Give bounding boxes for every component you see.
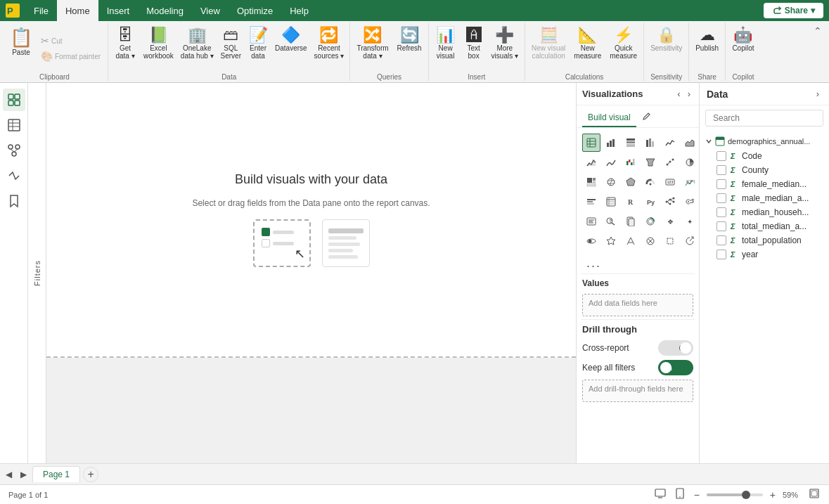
viz-panel-forward[interactable]: ›	[685, 87, 693, 101]
viz-slicer-icon[interactable]	[582, 193, 600, 211]
viz-key-influencer-icon[interactable]	[681, 193, 699, 211]
viz-funnel-icon[interactable]	[641, 153, 660, 172]
viz-extra2-icon[interactable]	[602, 232, 620, 250]
get-data-button[interactable]: 🗄 Getdata ▾	[111, 24, 139, 62]
add-drill-through-box[interactable]: Add drill-through fields here	[582, 380, 693, 402]
ribbon-collapse-button[interactable]: ⌃	[809, 24, 826, 38]
cut-button[interactable]: ✂ Cut	[38, 34, 103, 48]
publish-button[interactable]: ☁ Publish	[692, 24, 722, 54]
new-visual-calculation-button[interactable]: 🧮 New visualcalculation	[528, 24, 569, 62]
sql-server-button[interactable]: 🗃 SQLServer	[218, 24, 244, 62]
viz-decomp-tree-icon[interactable]	[661, 193, 679, 211]
viz-card-icon[interactable]: 123	[661, 173, 679, 191]
add-data-fields-box[interactable]: Add data fields here	[582, 294, 693, 316]
viz-more3-icon[interactable]: ✦	[681, 212, 699, 231]
recent-sources-button[interactable]: 🔁 Recentsources ▾	[311, 24, 347, 62]
viz-gauge-icon[interactable]	[641, 173, 660, 191]
viz-area-icon[interactable]	[681, 134, 699, 152]
cross-report-toggle[interactable]: Off	[658, 340, 693, 356]
viz-more2-icon[interactable]: ❖	[661, 212, 679, 231]
field-county[interactable]: Σ County	[700, 163, 829, 177]
excel-workbook-button[interactable]: 📗 Excelworkbook	[141, 24, 176, 62]
filters-sidebar[interactable]: Filters	[28, 83, 46, 463]
viz-ribbon-icon[interactable]	[602, 153, 620, 172]
transform-data-button[interactable]: 🔀 Transformdata ▾	[353, 24, 392, 62]
viz-kpi-icon[interactable]: KPI	[681, 173, 699, 191]
keep-all-filters-toggle[interactable]: On	[658, 360, 693, 375]
refresh-button[interactable]: 🔄 Refresh	[394, 24, 425, 54]
more-visuals-button[interactable]: ➕ Morevisuals ▾	[488, 24, 522, 62]
viz-waterfall-icon[interactable]	[622, 153, 640, 172]
viz-map-icon[interactable]	[602, 173, 620, 191]
enter-data-button[interactable]: 📝 Enterdata	[245, 24, 271, 62]
page-tab-1[interactable]: Page 1	[32, 466, 80, 482]
viz-col-clustered-icon[interactable]	[641, 134, 660, 152]
data-search-input[interactable]	[713, 113, 818, 123]
viz-extra4-icon[interactable]	[641, 232, 660, 250]
field-year[interactable]: Σ year	[700, 247, 829, 261]
copilot-button[interactable]: 🤖 Copilot	[728, 24, 758, 54]
viz-panel-back[interactable]: ‹	[674, 87, 683, 101]
viz-extra3-icon[interactable]	[622, 232, 640, 250]
viz-bar-clustered-icon[interactable]	[602, 134, 620, 152]
format-painter-button[interactable]: 🎨 Format painter	[38, 49, 103, 63]
page-nav-next[interactable]: ▶	[18, 468, 30, 481]
zoom-slider[interactable]	[707, 493, 763, 496]
viz-extra5-icon[interactable]	[661, 232, 679, 250]
viz-pie-icon[interactable]	[681, 153, 699, 172]
viz-extra6-icon[interactable]	[681, 232, 699, 250]
viz-arc-icon[interactable]	[641, 212, 660, 231]
bookmarks-button[interactable]	[3, 190, 25, 212]
quick-measure-button[interactable]: ⚡ Quickmeasure	[606, 24, 641, 62]
sensitivity-button[interactable]: 🔒 Sensitivity	[647, 24, 686, 54]
viz-extra1-icon[interactable]	[582, 232, 600, 250]
drag-target-visual[interactable]: ↖	[253, 219, 311, 267]
field-median-household[interactable]: Σ median_househ...	[700, 205, 829, 219]
build-visual-tab[interactable]: Build visual	[582, 108, 636, 127]
tab-help[interactable]: Help	[281, 0, 317, 21]
fit-to-page-button[interactable]	[808, 487, 821, 502]
dataverse-button[interactable]: 🔷 Dataverse	[272, 24, 310, 54]
zoom-out-button[interactable]: −	[693, 489, 701, 500]
add-page-button[interactable]: +	[83, 467, 98, 482]
viz-r-visual-icon[interactable]: R	[622, 193, 640, 211]
new-measure-button[interactable]: 📐 Newmeasure	[570, 24, 605, 62]
report-view-button[interactable]	[3, 89, 25, 111]
tab-home[interactable]: Home	[57, 0, 98, 21]
data-panel-expand[interactable]: ›	[814, 87, 822, 101]
viz-paginated-icon[interactable]	[622, 212, 640, 231]
tab-file[interactable]: File	[25, 0, 57, 21]
tab-view[interactable]: View	[192, 0, 229, 21]
viz-table-icon[interactable]	[582, 134, 600, 152]
field-total-population[interactable]: Σ total_population	[700, 233, 829, 247]
viz-treemap-icon[interactable]	[582, 173, 600, 191]
tab-optimize[interactable]: Optimize	[229, 0, 281, 21]
tablet-view-button[interactable]	[673, 486, 687, 503]
canvas-upper[interactable]: Build visuals with your data Select or d…	[46, 83, 576, 358]
new-visual-button[interactable]: 📊 Newvisual	[432, 24, 460, 62]
text-box-button[interactable]: 🅰 Textbox	[461, 24, 487, 62]
viz-scatter-icon[interactable]	[661, 153, 679, 172]
model-view-button[interactable]	[3, 139, 25, 162]
data-search-box[interactable]	[705, 110, 823, 127]
field-code[interactable]: Σ Code	[700, 149, 829, 163]
tab-modeling[interactable]: Modeling	[138, 0, 192, 21]
viz-qa-icon[interactable]: ?	[602, 212, 620, 231]
onelake-data-hub-button[interactable]: 🏢 OneLakedata hub ▾	[178, 24, 217, 62]
viz-more-button[interactable]: ...	[581, 253, 695, 273]
field-female-median[interactable]: Σ female_median...	[700, 177, 829, 191]
field-total-median[interactable]: Σ total_median_a...	[700, 219, 829, 233]
zoom-in-button[interactable]: +	[769, 489, 777, 500]
viz-python-icon[interactable]: Py	[641, 193, 660, 211]
field-male-median[interactable]: Σ male_median_a...	[700, 191, 829, 205]
desktop-view-button[interactable]	[653, 486, 667, 503]
viz-line-icon[interactable]	[661, 134, 679, 152]
page-nav-prev[interactable]: ◀	[3, 468, 15, 481]
canvas-lower[interactable]	[46, 358, 576, 463]
viz-matrix-icon[interactable]	[602, 193, 620, 211]
dax-view-button[interactable]	[3, 164, 25, 187]
viz-filled-map-icon[interactable]	[622, 173, 640, 191]
viz-smart-narrative-icon[interactable]	[582, 212, 600, 231]
viz-bar-stacked-icon[interactable]	[622, 134, 640, 152]
table-view-button[interactable]	[3, 114, 25, 136]
